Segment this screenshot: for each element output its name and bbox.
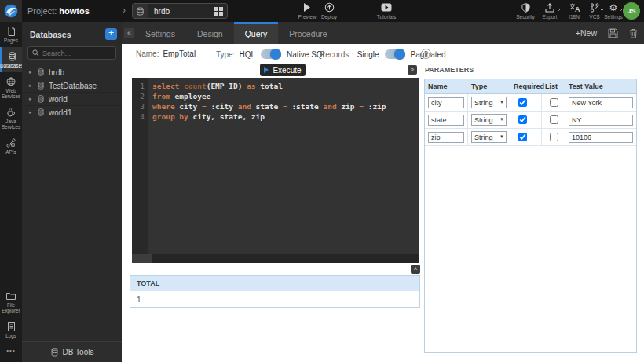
code-token: and — [323, 102, 341, 111]
code-token: = — [202, 102, 210, 111]
new-query-button[interactable]: +New — [576, 28, 597, 38]
tab-design[interactable]: Design — [186, 22, 234, 44]
database-icon — [133, 4, 148, 18]
records-option-single[interactable]: Single — [357, 50, 379, 59]
database-selector[interactable]: hrdb — [132, 3, 228, 19]
databases-label: Databases — [0, 63, 24, 68]
tutorials-button[interactable]: Tutorials — [373, 2, 400, 20]
deploy-button[interactable]: Deploy — [316, 2, 342, 20]
apis-label: APIs — [5, 149, 16, 155]
collapse-results-button[interactable]: ˄ — [411, 265, 420, 274]
project-breadcrumb[interactable]: Project: howtos — [27, 6, 90, 16]
app-logo[interactable] — [0, 0, 22, 22]
parameter-row-zip: String▼ — [425, 129, 636, 146]
records-label: Records : — [320, 50, 353, 59]
records-toggle[interactable] — [385, 49, 405, 59]
sql-editor[interactable]: 1234 select count(EMP_ID) as totalfrom e… — [132, 78, 419, 263]
settings-gear-icon: ⚙ — [609, 2, 618, 13]
param-type-select[interactable]: String — [471, 131, 507, 143]
db-tree-item-testdatabase[interactable]: ▸ TestDatabase — [22, 79, 122, 93]
sidebar-item-logs[interactable]: Logs — [0, 317, 22, 342]
code-token: total — [260, 82, 283, 90]
expand-arrow-icon[interactable]: ▸ — [29, 96, 37, 102]
param-type-select[interactable]: String — [471, 97, 507, 108]
security-label: Security — [516, 14, 534, 20]
i18n-label: I18N — [569, 14, 580, 20]
expand-parameters-button[interactable]: » — [408, 65, 417, 75]
trash-icon — [629, 28, 638, 38]
execute-button[interactable]: Execute — [260, 64, 306, 76]
param-type-select[interactable]: String — [471, 114, 507, 126]
database-search-input[interactable]: Search... — [27, 46, 116, 60]
param-test-value-input[interactable] — [569, 97, 633, 108]
param-name-input[interactable] — [428, 132, 464, 143]
code-token: city — [179, 102, 202, 111]
sidebar-item-java-services[interactable]: Java Services — [0, 103, 22, 133]
code-token: zip — [341, 102, 359, 111]
param-name-input[interactable] — [428, 115, 464, 126]
db-tools-button[interactable]: DB Tools — [22, 341, 122, 362]
security-shield-icon — [521, 2, 530, 13]
sidebar-item-databases[interactable]: Databases — [0, 47, 22, 72]
file-explorer-label: File Explorer — [0, 302, 22, 313]
parameters-empty-area — [425, 146, 636, 352]
param-required-checkbox[interactable] — [518, 115, 527, 124]
preview-play-icon — [303, 2, 311, 13]
db-tree-item-world1[interactable]: ▸ world1 — [22, 106, 122, 119]
add-database-button[interactable]: + — [105, 28, 117, 40]
save-button[interactable] — [608, 28, 618, 38]
param-name-input[interactable] — [428, 97, 464, 108]
code-token: :state — [291, 102, 323, 111]
search-icon — [32, 49, 39, 57]
security-button[interactable]: Security — [512, 2, 539, 20]
code-token: as — [247, 82, 260, 90]
execute-label: Execute — [273, 66, 301, 75]
breadcrumb-chevron-icon: › — [123, 5, 126, 16]
project-name: howtos — [59, 6, 90, 16]
tutorials-label: Tutorials — [377, 14, 397, 20]
delete-button[interactable] — [629, 28, 638, 38]
grid-view-icon[interactable] — [214, 7, 223, 16]
code-line: group by city, state, zip — [152, 112, 419, 122]
param-required-checkbox[interactable] — [518, 98, 527, 107]
expand-arrow-icon[interactable]: ▸ — [29, 109, 37, 115]
user-avatar[interactable]: JS — [623, 2, 640, 20]
db-name: hrdb — [49, 68, 64, 77]
line-number: 4 — [132, 112, 145, 122]
rail-overflow-button[interactable]: ••• — [0, 342, 22, 359]
type-toggle[interactable] — [261, 49, 281, 59]
db-tools-label: DB Tools — [63, 348, 94, 357]
sidebar-item-apis[interactable]: APIs — [0, 133, 22, 159]
tab-procedure[interactable]: Procedure — [278, 22, 338, 44]
param-list-checkbox[interactable] — [550, 133, 558, 141]
sidebar-item-file-explorer[interactable]: File Explorer — [0, 287, 22, 317]
code-token: from — [152, 92, 175, 101]
help-icon[interactable]: ? — [421, 49, 431, 59]
param-test-value-input[interactable] — [569, 132, 633, 143]
db-icon — [37, 82, 45, 90]
tab-query[interactable]: Query — [234, 22, 279, 44]
db-tree-item-hrdb[interactable]: ▸ hrdb — [22, 66, 122, 79]
editor-scrollbar[interactable] — [132, 254, 419, 263]
query-type-group: Type: HQL Native SQL — [216, 49, 327, 59]
sidebar-item-web-services[interactable]: Web Services — [0, 72, 22, 103]
parameters-header-row: Name Type Required List Test Value — [425, 79, 636, 94]
param-list-checkbox[interactable] — [550, 115, 558, 124]
param-test-value-input[interactable] — [569, 115, 633, 126]
web-services-globe-icon — [6, 77, 16, 86]
logs-icon — [7, 322, 16, 331]
logo-icon — [3, 3, 19, 19]
db-tree-item-world[interactable]: ▸ world — [22, 93, 122, 106]
code-token: group by — [152, 112, 192, 121]
expand-arrow-icon[interactable]: ▸ — [29, 82, 37, 89]
collapse-panel-button[interactable]: « — [124, 28, 134, 38]
sidebar-item-pages[interactable]: Pages — [0, 22, 22, 47]
expand-arrow-icon[interactable]: ▸ — [29, 69, 37, 75]
pages-icon — [7, 27, 16, 36]
param-required-checkbox[interactable] — [518, 133, 527, 141]
type-option-hql[interactable]: HQL — [239, 50, 255, 59]
param-list-checkbox[interactable] — [550, 98, 558, 107]
editor-code[interactable]: select count(EMP_ID) as totalfrom employ… — [148, 78, 419, 263]
parameters-title: PARAMETERS — [425, 66, 474, 74]
tab-settings[interactable]: Settings — [134, 22, 186, 44]
